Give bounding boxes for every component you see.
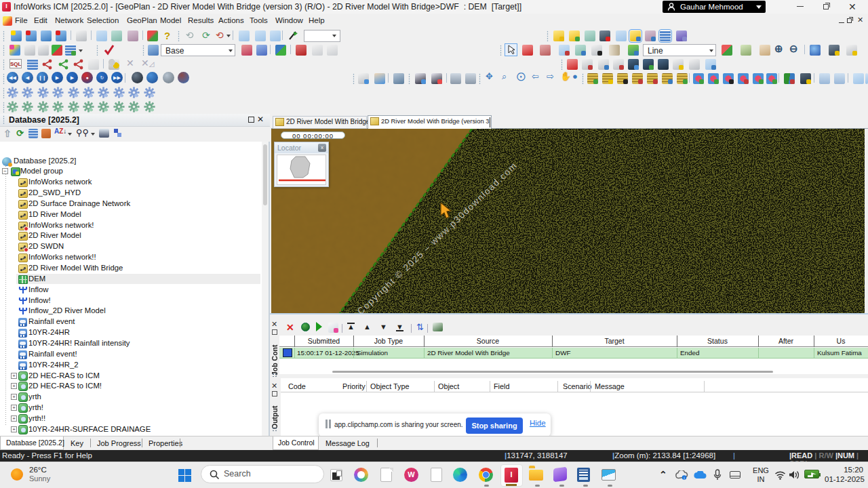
svg-text:i: i: [684, 476, 684, 480]
